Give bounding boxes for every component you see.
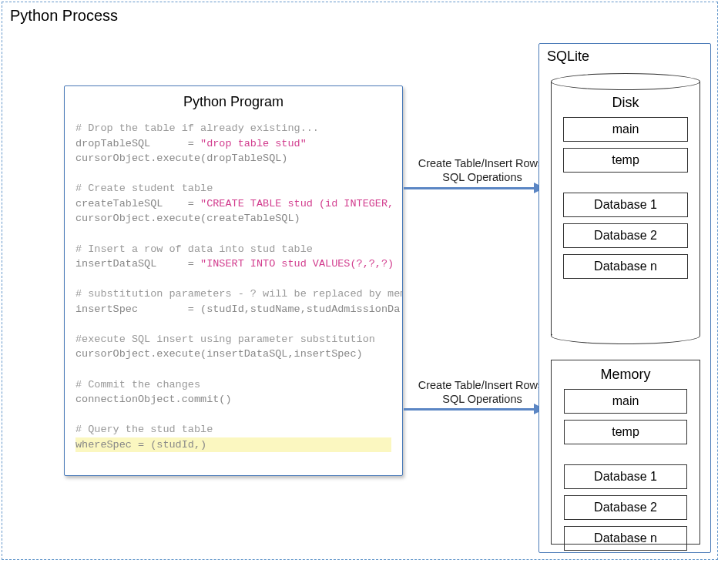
disk-content: Disk main temp Database 1 Database 2 Dat… (551, 89, 700, 333)
disk-title: Disk (551, 95, 700, 111)
code-line: insertDataSQL = (75, 258, 200, 270)
code-comment: # Create student table (75, 183, 213, 194)
code-line: cursorObject.execute(createTableSQL) (75, 213, 300, 224)
sqlite-title: SQLite (539, 44, 710, 68)
process-frame: Python Process Python Program # Drop the… (2, 2, 718, 560)
db-item: main (564, 389, 687, 414)
code-comment: # Commit the changes (75, 379, 200, 390)
python-program-box: Python Program # Drop the table if alrea… (64, 85, 403, 476)
code-string: "INSERT INTO stud VALUES(?,?,?) (200, 258, 394, 270)
code-line: dropTableSQL = (75, 138, 200, 149)
memory-title: Memory (552, 367, 699, 383)
code-block: # Drop the table if already existing... … (65, 116, 402, 460)
python-program-title: Python Program (65, 86, 402, 116)
code-line: insertSpec = (studId,studName,studAdmiss… (75, 303, 400, 315)
arrow-to-disk-icon (404, 187, 544, 189)
code-comment: # Insert a row of data into stud table (75, 243, 313, 255)
code-line: cursorObject.execute(dropTableSQL) (75, 152, 287, 164)
arrow-label-line: SQL Operations (442, 393, 522, 405)
code-line: createTableSQL = (75, 198, 200, 209)
code-string: "CREATE TABLE stud (id INTEGER, (200, 198, 394, 209)
code-string: "drop table stud" (200, 138, 307, 149)
memory-box: Memory main temp Database 1 Database 2 D… (551, 360, 700, 545)
code-line: cursorObject.execute(insertDataSQL,inser… (75, 348, 363, 360)
code-line: connectionObject.commit() (75, 394, 232, 405)
code-comment: # Query the stud table (75, 424, 213, 435)
arrow-label-disk: Create Table/Insert Rows/ SQL Operations (405, 156, 559, 184)
code-comment: # Drop the table if already existing... (75, 122, 319, 134)
db-item: Database n (564, 526, 687, 551)
code-comment: #execute SQL insert using parameter subs… (75, 333, 375, 345)
db-item: Database n (563, 254, 688, 279)
code-comment: # substitution parameters - ? will be re… (75, 288, 402, 300)
db-item: temp (564, 420, 687, 444)
code-highlight-line: whereSpec = (studId,) (75, 437, 391, 453)
arrow-label-line: SQL Operations (442, 171, 522, 183)
db-item: Database 2 (564, 495, 687, 520)
arrow-to-memory-icon (404, 408, 544, 411)
arrow-label-line: Create Table/Insert Rows/ (418, 379, 547, 391)
db-item: temp (563, 148, 688, 173)
arrow-label-memory: Create Table/Insert Rows/ SQL Operations (405, 378, 559, 406)
disk-cylinder: Disk main temp Database 1 Database 2 Dat… (551, 73, 700, 344)
db-item: Database 1 (563, 193, 688, 217)
arrow-label-line: Create Table/Insert Rows/ (418, 157, 547, 169)
db-item: main (563, 117, 688, 142)
db-item: Database 1 (564, 464, 687, 489)
db-item: Database 2 (563, 223, 688, 248)
process-title: Python Process (10, 7, 710, 25)
